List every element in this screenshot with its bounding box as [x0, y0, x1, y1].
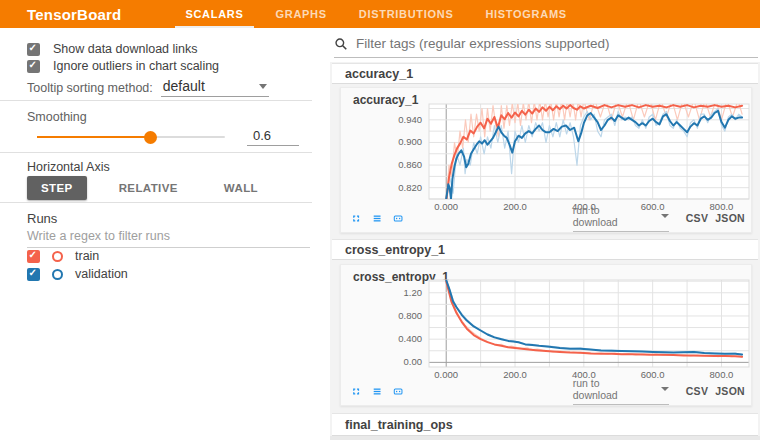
run-to-download-select[interactable]: run to download: [573, 204, 669, 232]
checkbox-label: Ignore outliers in chart scaling: [53, 59, 219, 73]
ignore-outliers-row[interactable]: Ignore outliers in chart scaling: [27, 59, 219, 73]
section-header-accuracy[interactable]: accuracy_1: [332, 63, 758, 84]
slider-thumb-icon[interactable]: [144, 131, 157, 144]
run-label: validation: [75, 267, 128, 281]
svg-text:200.0: 200.0: [503, 369, 527, 380]
csv-download-link[interactable]: CSV: [686, 212, 709, 224]
chart-footer: run to download CSV JSON: [351, 207, 745, 229]
checkbox-checked-icon[interactable]: [27, 60, 40, 73]
chevron-down-icon: [661, 214, 669, 218]
horizontal-axis-buttons: STEP RELATIVE WALL: [27, 176, 272, 200]
svg-text:0.800: 0.800: [398, 310, 422, 321]
smoothing-row: 0.6: [37, 128, 299, 146]
json-download-link[interactable]: JSON: [715, 385, 745, 397]
svg-text:800.0: 800.0: [710, 369, 734, 380]
fit-domain-icon[interactable]: [393, 383, 403, 400]
checkbox-checked-icon[interactable]: [27, 43, 40, 56]
accuracy-line-chart[interactable]: 0.8200.8600.9000.9400.000200.0400.0600.0…: [341, 101, 751, 213]
tensorboard-app: TensorBoard SCALARS GRAPHS DISTRIBUTIONS…: [0, 0, 760, 440]
section-title: cross_entropy_1: [345, 243, 445, 257]
cross-entropy-line-chart[interactable]: 0.000.4000.8001.200.000200.0400.0600.080…: [341, 277, 751, 381]
app-header: TensorBoard SCALARS GRAPHS DISTRIBUTIONS…: [0, 0, 760, 28]
run-to-download-label: run to download: [573, 377, 647, 401]
svg-text:1.20: 1.20: [404, 287, 423, 298]
run-color-swatch: [52, 251, 63, 262]
svg-text:0.000: 0.000: [434, 369, 458, 380]
run-to-download-select[interactable]: run to download: [573, 377, 669, 405]
show-download-links-row[interactable]: Show data download links: [27, 42, 198, 56]
section-header-cross-entropy[interactable]: cross_entropy_1: [332, 239, 758, 260]
svg-text:0.400: 0.400: [398, 333, 422, 344]
smoothing-value-input[interactable]: 0.6: [247, 128, 299, 146]
section-title: final_training_ops: [345, 418, 453, 432]
runs-filter-input[interactable]: Write a regex to filter runs: [27, 229, 310, 248]
nav-tabs: SCALARS GRAPHS DISTRIBUTIONS HISTOGRAMS: [169, 0, 582, 28]
checkbox-label: Show data download links: [53, 42, 198, 56]
axis-relative-button[interactable]: RELATIVE: [105, 176, 192, 200]
axis-step-button[interactable]: STEP: [27, 176, 87, 200]
runs-label: Runs: [27, 211, 57, 226]
run-row-train[interactable]: train: [27, 249, 99, 263]
svg-text:0.00: 0.00: [404, 356, 423, 367]
download-links: CSV JSON: [679, 212, 745, 224]
dashboard-main: Filter tags (regular expressions support…: [330, 28, 760, 440]
divider: [0, 152, 312, 153]
app-title: TensorBoard: [27, 6, 121, 23]
svg-text:0.940: 0.940: [398, 114, 422, 125]
smoothing-label: Smoothing: [27, 110, 87, 124]
run-checkbox-icon[interactable]: [27, 268, 40, 281]
settings-sidebar: Show data download links Ignore outliers…: [0, 28, 330, 440]
smoothing-slider[interactable]: [37, 136, 225, 138]
search-icon: [334, 37, 348, 51]
chevron-down-icon: [259, 84, 267, 89]
tooltip-sorting-label: Tooltip sorting method:: [27, 81, 153, 95]
slider-fill: [37, 136, 150, 138]
run-checkbox-icon[interactable]: [27, 250, 40, 263]
divider: [0, 100, 312, 101]
chevron-down-icon: [661, 387, 669, 391]
chart-card-cross-entropy: cross_entropy_1 0.000.4000.8001.200.0002…: [340, 264, 752, 406]
svg-text:0.860: 0.860: [398, 159, 422, 170]
chart-card-accuracy: accuracy_1 0.8200.8600.9000.9400.000200.…: [340, 87, 752, 233]
expand-card-icon[interactable]: [351, 210, 361, 227]
expand-card-icon[interactable]: [351, 383, 361, 400]
tab-distributions[interactable]: DISTRIBUTIONS: [343, 0, 470, 28]
download-links: CSV JSON: [679, 385, 745, 397]
run-color-swatch: [52, 269, 63, 280]
run-row-validation[interactable]: validation: [27, 267, 128, 281]
tooltip-sorting-row: Tooltip sorting method: default: [27, 78, 269, 97]
tab-scalars[interactable]: SCALARS: [169, 0, 259, 28]
filter-tags-input[interactable]: Filter tags (regular expressions support…: [334, 36, 758, 58]
divider: [0, 202, 312, 203]
json-download-link[interactable]: JSON: [715, 212, 745, 224]
horizontal-axis-label: Horizontal Axis: [27, 160, 110, 174]
search-strip: Filter tags (regular expressions support…: [330, 28, 760, 62]
tooltip-sorting-select[interactable]: default: [161, 78, 269, 97]
run-label: train: [75, 249, 99, 263]
tab-histograms[interactable]: HISTOGRAMS: [469, 0, 582, 28]
log-scale-toggle-icon[interactable]: [372, 383, 382, 400]
section-title: accuracy_1: [345, 67, 413, 81]
tab-graphs[interactable]: GRAPHS: [260, 0, 343, 28]
tooltip-sorting-value: default: [163, 78, 205, 94]
filter-tags-placeholder: Filter tags (regular expressions support…: [356, 36, 610, 51]
svg-text:0.820: 0.820: [398, 182, 422, 193]
svg-text:0.900: 0.900: [398, 136, 422, 147]
axis-wall-button[interactable]: WALL: [210, 176, 272, 200]
csv-download-link[interactable]: CSV: [686, 385, 709, 397]
log-scale-toggle-icon[interactable]: [372, 210, 382, 227]
run-to-download-label: run to download: [573, 204, 647, 228]
bottom-strip: [330, 436, 760, 440]
fit-domain-icon[interactable]: [393, 210, 403, 227]
section-header-final-training-ops[interactable]: final_training_ops: [332, 413, 758, 436]
chart-footer: run to download CSV JSON: [351, 380, 745, 402]
